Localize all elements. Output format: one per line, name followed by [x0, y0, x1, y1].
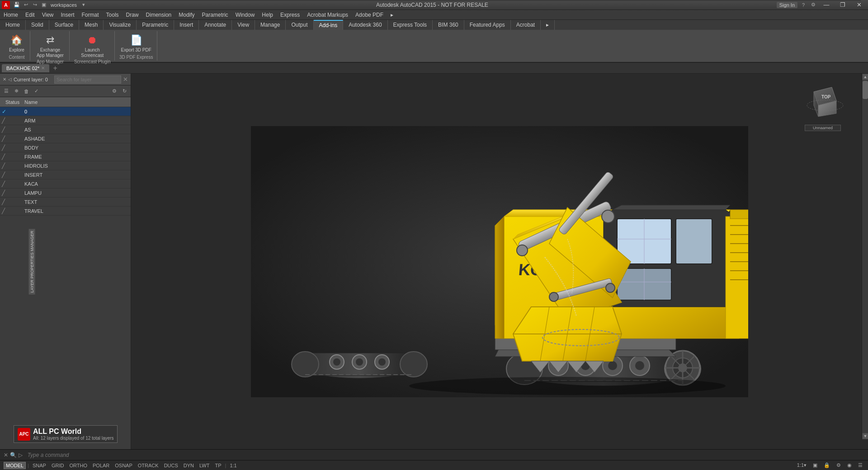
layer-properties-tab[interactable]: LAYER PROPERTIES MANAGER — [29, 229, 35, 294]
close-button[interactable]: ✕ — [852, 0, 866, 10]
tab-visualize[interactable]: Visualize — [104, 20, 137, 30]
scroll-up-btn[interactable]: ▲ — [862, 74, 868, 80]
units-btn[interactable]: 1:1 — [228, 462, 238, 469]
viewport[interactable]: KOMATSU PC 490 — [131, 74, 868, 449]
layer-search-close[interactable]: ✕ — [123, 76, 128, 83]
menu-insert[interactable]: Insert — [57, 10, 78, 20]
signin-button[interactable]: Sign In — [777, 2, 797, 8]
layer-row-0[interactable]: ✓ 0 — [0, 107, 131, 116]
exchange-appmanager-button[interactable]: ⇄ ExchangeApp Manager — [35, 32, 66, 59]
tab-surface[interactable]: Surface — [49, 20, 79, 30]
file-tab-backhoe[interactable]: BACKHOE 02* ✕ — [2, 64, 49, 72]
new-tab-button[interactable]: + — [50, 64, 60, 72]
viewport-scale-btn[interactable]: ▣ — [811, 462, 819, 469]
layer-row-as[interactable]: ╱ AS — [0, 125, 131, 134]
tab-acrobat[interactable]: Acrobat — [511, 20, 541, 30]
restore-button[interactable]: ❐ — [835, 0, 850, 10]
layer-row-lampu[interactable]: ╱ LAMPU — [0, 188, 131, 197]
menu-express[interactable]: Express — [277, 10, 303, 20]
workspace-dropdown-btn[interactable]: ▾ — [80, 1, 88, 9]
tab-annotate[interactable]: Annotate — [199, 20, 232, 30]
menu-view[interactable]: View — [38, 10, 57, 20]
menu-home[interactable]: Home — [0, 10, 22, 20]
layer-row-arm[interactable]: ╱ ARM — [0, 116, 131, 125]
cmd-arrow-btn[interactable]: ▷ — [19, 452, 23, 458]
tab-output[interactable]: Output — [286, 20, 313, 30]
file-tab-close[interactable]: ✕ — [41, 66, 45, 70]
layer-row-ashade[interactable]: ╱ ASHADE — [0, 134, 131, 143]
delete-layer-btn[interactable]: 🗑 — [22, 87, 31, 96]
model-space-btn[interactable]: MODEL — [4, 462, 26, 469]
tab-mesh[interactable]: Mesh — [79, 20, 104, 30]
menu-more[interactable]: ▸ — [387, 10, 397, 20]
layer-settings-btn[interactable]: ⚙ — [110, 87, 119, 96]
menu-tools[interactable]: Tools — [103, 10, 123, 20]
tab-more[interactable]: ▸ — [541, 20, 555, 30]
cmd-scrollbar[interactable] — [0, 0, 861, 1]
layer-row-text[interactable]: ╱ TEXT — [0, 197, 131, 207]
menu-adobe-pdf[interactable]: Adobe PDF — [352, 10, 387, 20]
scroll-thumb-v[interactable] — [863, 81, 868, 99]
layer-panel-collapse[interactable]: ✕ — [3, 77, 6, 82]
qa-save[interactable]: 💾 — [13, 1, 21, 9]
tab-home[interactable]: Home — [0, 20, 26, 30]
tab-express-tools[interactable]: Express Tools — [388, 20, 433, 30]
tab-view[interactable]: View — [232, 20, 255, 30]
ortho-btn[interactable]: ORTHO — [67, 462, 89, 469]
tp-btn[interactable]: TP — [213, 462, 223, 469]
grid-btn[interactable]: GRID — [50, 462, 66, 469]
new-freeze-btn[interactable]: ❄ — [12, 87, 21, 96]
menu-parametric[interactable]: Parametric — [198, 10, 232, 20]
lwt-btn[interactable]: LWT — [198, 462, 211, 469]
menu-edit[interactable]: Edit — [22, 10, 38, 20]
polar-btn[interactable]: POLAR — [91, 462, 111, 469]
layer-refresh-btn[interactable]: ↻ — [120, 87, 129, 96]
snap-btn[interactable]: SNAP — [31, 462, 48, 469]
qa-undo[interactable]: ↩ — [22, 1, 30, 9]
current-layer-btn[interactable]: ✓ — [32, 87, 41, 96]
new-layer-btn[interactable]: ☰ — [2, 87, 11, 96]
menu-format[interactable]: Format — [78, 10, 103, 20]
cmd-close-btn[interactable]: ✕ — [4, 452, 8, 458]
menu-dimension[interactable]: Dimension — [142, 10, 175, 20]
tab-autodesk360[interactable]: Autodesk 360 — [343, 20, 387, 30]
explore-button[interactable]: 🏠 Explore — [7, 32, 26, 54]
dyn-btn[interactable]: DYN — [182, 462, 196, 469]
layer-row-body[interactable]: ╱ BODY — [0, 143, 131, 152]
customize-btn[interactable]: ☰ — [856, 462, 864, 469]
tab-parametric[interactable]: Parametric — [137, 20, 174, 30]
menu-window[interactable]: Window — [232, 10, 259, 20]
launch-screencast-button[interactable]: ⏺ LaunchScreencast — [79, 32, 105, 59]
otrack-btn[interactable]: OTRACK — [136, 462, 160, 469]
layer-row-frame[interactable]: ╱ FRAME — [0, 152, 131, 161]
layer-row-kaca[interactable]: ╱ KACA — [0, 179, 131, 188]
viewcube[interactable]: TOP Unnaamed — [805, 83, 841, 119]
annotation-scale-btn[interactable]: 1:1▾ — [795, 462, 808, 469]
tab-manage[interactable]: Manage — [255, 20, 286, 30]
tab-solid[interactable]: Solid — [26, 20, 49, 30]
layer-row-hidrolis[interactable]: ╱ HIDROLIS — [0, 161, 131, 170]
layer-row-insert[interactable]: ╱ INSERT — [0, 170, 131, 179]
osnap-btn[interactable]: OSNAP — [113, 462, 134, 469]
scroll-down-btn[interactable]: ▼ — [862, 433, 868, 439]
tab-featured-apps[interactable]: Featured Apps — [464, 20, 511, 30]
menu-help[interactable]: Help — [258, 10, 277, 20]
layer-search-input[interactable] — [54, 75, 121, 84]
qa-redo[interactable]: ↪ — [31, 1, 39, 9]
menu-modify[interactable]: Modify — [175, 10, 198, 20]
cmd-search-btn[interactable]: 🔍 — [10, 452, 17, 458]
tab-bim360[interactable]: BIM 360 — [433, 20, 464, 30]
tab-addins[interactable]: Add-ins — [314, 20, 344, 30]
command-input[interactable] — [24, 452, 443, 458]
workspace-dropdown[interactable]: workspaces — [49, 2, 79, 8]
qa-workspace[interactable]: ▣ — [40, 1, 48, 9]
lock-btn[interactable]: 🔒 — [822, 462, 832, 469]
ducs-btn[interactable]: DUCS — [162, 462, 180, 469]
menu-draw[interactable]: Draw — [123, 10, 142, 20]
layer-panel-pin[interactable]: ◁ — [8, 77, 12, 82]
layer-row-travel[interactable]: ╱ TRAVEL — [0, 207, 131, 216]
info-icon[interactable]: ? — [799, 1, 807, 9]
hardware-btn[interactable]: ⚙ — [835, 462, 843, 469]
export-3dpdf-button[interactable]: 📄 Export 3D PDF — [119, 32, 153, 54]
isolate-btn[interactable]: ◉ — [845, 462, 854, 469]
